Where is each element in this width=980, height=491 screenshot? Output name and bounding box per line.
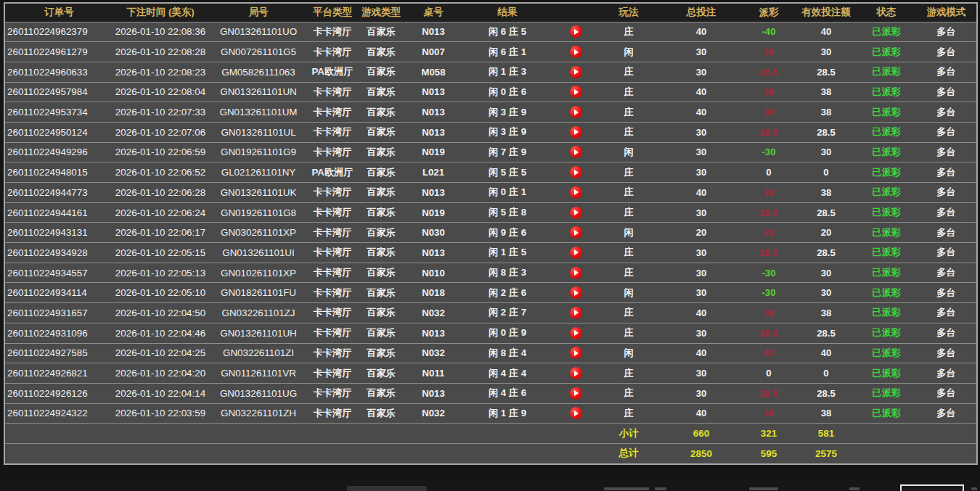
play-icon[interactable] bbox=[570, 286, 582, 299]
pagination-bar-partial bbox=[0, 479, 980, 491]
replay-cell bbox=[555, 383, 597, 403]
game-mode: 多台 bbox=[916, 202, 977, 223]
table-row: 260110224960633 2026-01-10 22:08:23 GM05… bbox=[4, 62, 977, 82]
game-type: 百家乐 bbox=[356, 303, 407, 323]
page-number-input[interactable] bbox=[900, 484, 964, 491]
play-icon[interactable] bbox=[570, 46, 582, 58]
total-bet: 30 bbox=[661, 323, 742, 343]
pager-text-partial bbox=[655, 487, 666, 490]
play-icon[interactable] bbox=[570, 307, 582, 319]
payout: 38 bbox=[742, 102, 796, 123]
play-icon[interactable] bbox=[570, 186, 582, 199]
play-icon[interactable] bbox=[570, 86, 582, 98]
game-type: 百家乐 bbox=[356, 122, 407, 142]
table-row: 260110224949296 2026-01-10 22:06:59 GN01… bbox=[4, 142, 977, 162]
col-header-order: 订单号 bbox=[4, 3, 113, 22]
valid-bet: 28.5 bbox=[796, 122, 857, 142]
game-mode: 多台 bbox=[916, 303, 977, 323]
play-icon[interactable] bbox=[570, 126, 582, 139]
game-type: 百家乐 bbox=[356, 223, 407, 243]
platform-type: 卡卡湾厅 bbox=[309, 243, 356, 263]
order-number: 260110224931096 bbox=[4, 323, 113, 343]
play-type: 闲 bbox=[597, 42, 661, 62]
order-number: 260110224944161 bbox=[4, 202, 113, 223]
play-icon[interactable] bbox=[570, 347, 582, 359]
valid-bet: 38 bbox=[796, 82, 857, 102]
order-number: 260110224948015 bbox=[4, 162, 113, 183]
game-type: 百家乐 bbox=[356, 343, 407, 363]
valid-bet: 20 bbox=[796, 223, 857, 243]
round-number: GN011261101VR bbox=[208, 363, 309, 384]
play-type: 庄 bbox=[597, 183, 661, 203]
play-icon[interactable] bbox=[570, 166, 582, 178]
table-header: 订单号 下注时间 (美东) 局号 平台类型 游戏类型 桌号 结果 玩法 总投注 … bbox=[4, 3, 977, 22]
platform-type: 卡卡湾厅 bbox=[309, 183, 356, 203]
subtotal-payout: 321 bbox=[742, 424, 796, 444]
play-icon[interactable] bbox=[570, 387, 582, 400]
result: 闲 7 庄 9 bbox=[460, 142, 555, 162]
payout: -30 bbox=[742, 283, 796, 303]
subtotal-row: 小计 660 321 581 bbox=[4, 424, 977, 444]
game-type: 百家乐 bbox=[356, 62, 407, 82]
game-type: 百家乐 bbox=[356, 22, 407, 42]
game-mode: 多台 bbox=[916, 243, 977, 263]
table-row: 260110224961279 2026-01-10 22:08:28 GN00… bbox=[4, 42, 977, 62]
play-icon[interactable] bbox=[570, 247, 582, 259]
table-row: 260110224926821 2026-01-10 22:04:20 GN01… bbox=[4, 363, 977, 384]
valid-bet: 40 bbox=[796, 343, 857, 363]
table-row: 260110224953734 2026-01-10 22:07:33 GN01… bbox=[4, 102, 977, 123]
platform-type: 卡卡湾厅 bbox=[309, 122, 356, 142]
payout: -30 bbox=[742, 142, 796, 162]
order-number: 260110224934114 bbox=[4, 283, 113, 303]
play-type: 庄 bbox=[597, 102, 661, 123]
table-number: N013 bbox=[407, 122, 460, 142]
play-type: 庄 bbox=[597, 243, 661, 263]
platform-type: 卡卡湾厅 bbox=[309, 363, 356, 384]
bet-time: 2026-01-10 22:05:10 bbox=[113, 283, 208, 303]
table-row: 260110224934928 2026-01-10 22:05:15 GN01… bbox=[4, 243, 977, 263]
result: 闲 5 庄 8 bbox=[460, 202, 555, 223]
total-bet: 30 bbox=[661, 202, 742, 223]
total-bet: 30 bbox=[661, 283, 742, 303]
replay-cell bbox=[555, 283, 597, 303]
total-bet: 30 bbox=[661, 383, 742, 403]
round-number: GL021261101NY bbox=[208, 162, 309, 183]
total-bet: 30 bbox=[661, 363, 742, 384]
platform-type: 卡卡湾厅 bbox=[309, 303, 356, 323]
payout: 38 bbox=[742, 403, 796, 424]
platform-type: 卡卡湾厅 bbox=[309, 223, 356, 243]
round-number: GN010261101XP bbox=[208, 263, 309, 283]
status-badge: 已派彩 bbox=[857, 22, 916, 42]
play-icon[interactable] bbox=[570, 267, 582, 279]
play-icon[interactable] bbox=[570, 226, 582, 239]
play-type: 庄 bbox=[597, 62, 661, 82]
order-number: 260110224927585 bbox=[4, 343, 113, 363]
play-icon[interactable] bbox=[570, 66, 582, 78]
table-number: L021 bbox=[407, 162, 460, 183]
bet-time: 2026-01-10 22:07:33 bbox=[113, 102, 208, 123]
play-icon[interactable] bbox=[570, 106, 582, 118]
platform-type: 卡卡湾厅 bbox=[309, 42, 356, 62]
play-type: 闲 bbox=[597, 223, 661, 243]
table-number: N032 bbox=[407, 303, 460, 323]
game-mode: 多台 bbox=[916, 122, 977, 142]
game-type: 百家乐 bbox=[356, 283, 407, 303]
pager-text-partial bbox=[604, 487, 649, 490]
order-number: 260110224931657 bbox=[4, 303, 113, 323]
table-number: N007 bbox=[407, 42, 460, 62]
play-icon[interactable] bbox=[570, 327, 582, 339]
valid-bet: 28.5 bbox=[796, 243, 857, 263]
play-icon[interactable] bbox=[570, 207, 582, 219]
pager-button-partial[interactable] bbox=[347, 486, 427, 491]
play-icon[interactable] bbox=[570, 407, 582, 419]
round-number: GN030261101XP bbox=[208, 223, 309, 243]
platform-type: 卡卡湾厅 bbox=[309, 343, 356, 363]
result: 闲 9 庄 6 bbox=[460, 223, 555, 243]
pager-text-partial bbox=[971, 487, 977, 490]
round-number: GN032261101ZI bbox=[208, 343, 309, 363]
bet-time: 2026-01-10 22:04:14 bbox=[113, 383, 208, 403]
play-icon[interactable] bbox=[570, 25, 582, 38]
play-icon[interactable] bbox=[570, 367, 582, 379]
payout: 40 bbox=[742, 343, 796, 363]
play-icon[interactable] bbox=[570, 146, 582, 158]
